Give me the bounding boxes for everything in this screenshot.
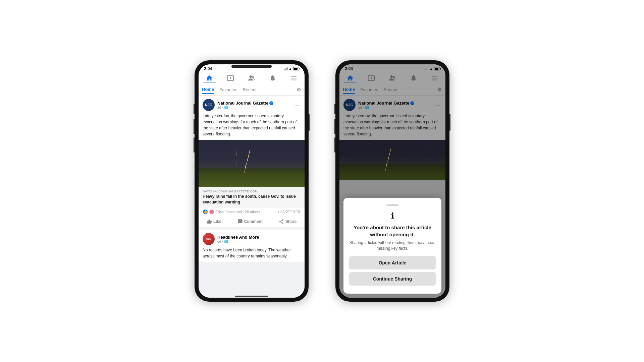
nav-watch[interactable]: [224, 74, 237, 82]
modal-info-icon: ℹ: [349, 211, 436, 221]
like-button[interactable]: Like: [204, 218, 224, 226]
comment-count: 23 Comments: [278, 209, 301, 215]
wifi-icon: ▲: [288, 67, 292, 71]
reaction-count: Erica Jones and 120 others: [215, 210, 260, 214]
link-title: Heavy rains fall in the south, cause Gov…: [203, 194, 301, 205]
post-1-avatar: NJG: [203, 99, 215, 111]
post-2-header: H&M Headlines And More 6d · 🌐 ···: [199, 230, 305, 247]
post-card-1: NJG National Journal Gazette ✓ 1d · 🌐: [199, 96, 305, 227]
post-2-author: Headlines And More: [217, 235, 293, 240]
post-1-image: [199, 140, 305, 187]
phone-silent-button: [194, 137, 195, 153]
tab-recent[interactable]: Recent: [243, 86, 257, 94]
phone-power-button: [309, 114, 310, 131]
share-modal: ℹ You're about to share this article wit…: [343, 198, 441, 294]
verified-badge-1: ✓: [269, 101, 273, 105]
phone-vol-up-button: [194, 104, 195, 114]
nav-notifications[interactable]: [266, 74, 279, 82]
continue-sharing-button[interactable]: Continue Sharing: [349, 272, 436, 286]
post-1-meta: National Journal Gazette ✓ 1d · 🌐: [217, 101, 293, 109]
signal-icon: [284, 67, 287, 70]
post-2-meta: Headlines And More 6d · 🌐: [217, 235, 293, 243]
phone-2-vol-down-button: [334, 119, 335, 134]
globe-icon-2: 🌐: [224, 240, 228, 243]
post-1-reactions: 👍 ❤ Erica Jones and 120 others 23 Commen…: [199, 208, 305, 216]
svg-rect-4: [291, 76, 297, 77]
link-source: NATIONALJOURNALGAZETTE.COM: [203, 190, 301, 193]
post-2-avatar: H&M: [203, 233, 215, 245]
phone-2-vol-up-button: [334, 104, 335, 114]
post-1-more-btn[interactable]: ···: [293, 102, 301, 109]
phone-1-screen: 2:04 ▲: [199, 64, 305, 298]
tab-home[interactable]: Home: [202, 85, 214, 94]
post-1-text: Late yesterday, the governor issued volu…: [199, 113, 305, 140]
phone-notch: [231, 65, 272, 68]
tab-favorites[interactable]: Favorites: [219, 86, 237, 94]
link-preview-1[interactable]: NATIONALJOURNALGAZETTE.COM Heavy rains f…: [199, 187, 305, 208]
nav-bar: [199, 72, 305, 84]
modal-drag-handle: [386, 204, 398, 206]
phone-1: 2:04 ▲: [195, 60, 309, 302]
svg-marker-1: [230, 77, 232, 79]
post-1-author: National Journal Gazette ✓: [217, 101, 293, 106]
post-2-time: 6d · 🌐: [217, 240, 293, 243]
post-card-2: H&M Headlines And More 6d · 🌐 ··· No rec…: [199, 230, 305, 262]
action-bar: Like Comment Share: [199, 216, 305, 227]
post-1-time: 1d · 🌐: [217, 106, 293, 109]
comment-button[interactable]: Comment: [235, 218, 265, 226]
tab-bar: Home Favorites Recent ⚙: [199, 84, 305, 96]
svg-point-3: [252, 76, 254, 78]
open-article-button[interactable]: Open Article: [349, 256, 436, 269]
globe-icon-1: 🌐: [224, 106, 228, 109]
status-time: 2:04: [204, 66, 212, 71]
post-2-more-btn[interactable]: ···: [293, 235, 301, 242]
modal-title: You're about to share this article witho…: [349, 224, 436, 238]
phone-bottom-bar: [235, 296, 268, 297]
phone-2: 2:04 ▲: [335, 60, 449, 302]
phone-2-silent-button: [334, 137, 335, 153]
post-1-header: NJG National Journal Gazette ✓ 1d · 🌐: [199, 96, 305, 113]
modal-subtitle: Sharing articles without reading them ma…: [349, 240, 436, 251]
nav-groups[interactable]: [245, 74, 258, 82]
status-icons: ▲: [284, 67, 299, 71]
nav-menu[interactable]: [287, 74, 300, 82]
love-emoji: ❤: [209, 209, 214, 215]
phone-2-screen-wrapper: 2:04 ▲: [339, 64, 445, 298]
reaction-emojis: 👍 ❤ Erica Jones and 120 others: [203, 209, 260, 215]
page-container: 2:04 ▲: [0, 0, 644, 362]
svg-point-2: [250, 75, 252, 78]
phone-vol-down-button: [194, 119, 195, 134]
post-2-text: No records have been broken today. The w…: [199, 247, 305, 262]
svg-rect-5: [291, 78, 297, 78]
like-emoji: 👍: [203, 209, 208, 215]
share-button[interactable]: Share: [276, 218, 299, 226]
svg-rect-6: [291, 80, 297, 80]
filter-icon[interactable]: ⚙: [297, 86, 301, 93]
feed: NJG National Journal Gazette ✓ 1d · 🌐: [199, 96, 305, 298]
battery-icon: [293, 67, 299, 70]
nav-home[interactable]: [203, 74, 216, 82]
phone-2-power-button: [449, 114, 450, 131]
